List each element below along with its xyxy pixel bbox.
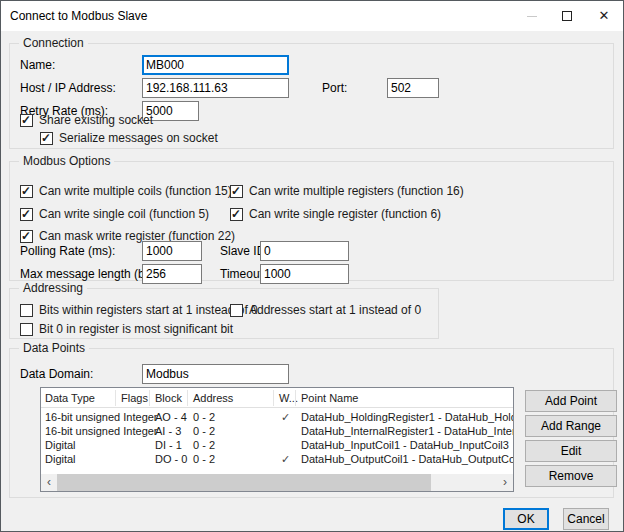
connection-group: Connection Name: Host / IP Address: Port… — [9, 43, 614, 149]
checkbox-label: Serialize messages on socket — [59, 132, 218, 145]
host-input[interactable] — [142, 78, 289, 98]
minimize-icon — [527, 16, 537, 17]
modbus-options-legend: Modbus Options — [19, 154, 114, 168]
cell-point-name: DataHub_InternalRegister1 - DataHub_Inte… — [301, 424, 514, 438]
maximize-button[interactable] — [550, 1, 584, 31]
cell-data-type: Digital — [45, 438, 76, 452]
cell-address: 0 - 2 — [193, 438, 215, 452]
cell-address: 0 - 2 — [193, 452, 215, 466]
remove-button[interactable]: Remove — [525, 465, 617, 487]
name-label: Name: — [20, 55, 55, 75]
column-header-address[interactable]: Address — [193, 388, 233, 408]
checkbox-box — [230, 185, 243, 198]
checkbox-label: Can write multiple registers (function 1… — [249, 185, 464, 198]
cancel-button[interactable]: Cancel — [563, 508, 609, 530]
minimize-button — [515, 1, 549, 31]
checkbox-box — [230, 208, 243, 221]
checkbox-box — [20, 185, 33, 198]
checkbox-label: Bits within registers start at 1 instead… — [39, 304, 258, 317]
checkbox-box — [230, 304, 243, 317]
table-row[interactable]: 16-bit unsigned Integer AO - 4 0 - 2 ✓ D… — [41, 410, 513, 424]
checkbox-label: Addresses start at 1 instead of 0 — [249, 304, 421, 317]
host-label: Host / IP Address: — [20, 78, 116, 98]
cell-block: AI - 3 — [155, 424, 181, 438]
scroll-left-icon[interactable]: ‹ — [41, 474, 57, 491]
checkbox-label: Can write single register (function 6) — [249, 208, 441, 221]
list-header: Data Type Flags Block Address W... Point… — [41, 388, 513, 408]
cell-data-type: 16-bit unsigned Integer — [45, 424, 158, 438]
slave-id-input[interactable] — [260, 241, 349, 261]
table-row[interactable]: Digital DO - 0 0 - 2 ✓ DataHub_OutputCoi… — [41, 452, 513, 466]
cell-point-name: DataHub_OutputCoil1 - DataHub_OutputCoil… — [301, 452, 514, 466]
scrollbar-thumb[interactable] — [57, 474, 431, 491]
close-button[interactable]: ✕ — [585, 1, 623, 31]
edit-button[interactable]: Edit — [525, 440, 617, 462]
writable-check-icon: ✓ — [281, 410, 290, 424]
table-row[interactable]: Digital DI - 1 0 - 2 DataHub_InputCoil1 … — [41, 438, 513, 452]
column-separator[interactable] — [187, 390, 188, 406]
column-separator[interactable] — [149, 390, 150, 406]
scroll-right-icon[interactable]: › — [497, 474, 513, 491]
writable-check-icon: ✓ — [281, 452, 290, 466]
cell-block: DO - 0 — [155, 452, 187, 466]
table-row[interactable]: 16-bit unsigned Integer AI - 3 0 - 2 Dat… — [41, 424, 513, 438]
cell-address: 0 - 2 — [193, 410, 215, 424]
polling-rate-input[interactable] — [142, 241, 202, 261]
close-icon: ✕ — [599, 1, 610, 31]
horizontal-scrollbar[interactable]: ‹ › — [41, 474, 513, 491]
checkbox-box — [20, 304, 33, 317]
checkbox-box — [20, 208, 33, 221]
connect-to-modbus-slave-dialog: Connect to Modbus Slave ✕ Connection Nam… — [0, 0, 624, 532]
column-header-data-type[interactable]: Data Type — [45, 388, 95, 408]
cell-address: 0 - 2 — [193, 424, 215, 438]
port-label: Port: — [322, 78, 347, 98]
column-header-point-name[interactable]: Point Name — [301, 388, 358, 408]
checkbox-label: Share existing socket — [39, 114, 153, 127]
addressing-legend: Addressing — [19, 281, 87, 295]
column-separator[interactable] — [295, 390, 296, 406]
name-input[interactable] — [142, 55, 289, 75]
data-points-group: Data Points Data Domain: Data Type Flags… — [9, 348, 614, 498]
column-separator[interactable] — [273, 390, 274, 406]
column-header-flags[interactable]: Flags — [121, 388, 148, 408]
add-point-button[interactable]: Add Point — [525, 390, 617, 412]
data-points-legend: Data Points — [19, 341, 89, 355]
checkbox-label: Can write single coil (function 5) — [39, 208, 209, 221]
checkbox-label: Bit 0 in register is most significant bi… — [39, 323, 233, 336]
data-domain-input[interactable] — [142, 364, 289, 384]
cell-block: DI - 1 — [155, 438, 182, 452]
port-input[interactable] — [387, 78, 439, 98]
polling-rate-label: Polling Rate (ms): — [20, 241, 115, 261]
checkbox-label: Can write multiple coils (function 15) — [39, 185, 232, 198]
add-range-button[interactable]: Add Range — [525, 415, 617, 437]
cell-point-name: DataHub_HoldingRegister1 - DataHub_Holdi… — [301, 410, 514, 424]
cell-block: AO - 4 — [155, 410, 187, 424]
connection-legend: Connection — [19, 36, 88, 50]
cell-data-type: 16-bit unsigned Integer — [45, 410, 158, 424]
modbus-options-group: Modbus Options Can write multiple coils … — [9, 161, 614, 281]
checkbox-box — [20, 323, 33, 336]
checkbox-box — [40, 132, 53, 145]
column-separator[interactable] — [115, 390, 116, 406]
column-header-block[interactable]: Block — [155, 388, 182, 408]
checkbox-box — [20, 114, 33, 127]
maximize-icon — [562, 11, 572, 21]
cell-data-type: Digital — [45, 452, 76, 466]
cell-point-name: DataHub_InputCoil1 - DataHub_InputCoil3 — [301, 438, 509, 452]
window-title: Connect to Modbus Slave — [10, 1, 147, 31]
data-domain-label: Data Domain: — [20, 364, 93, 384]
addressing-group: Addressing Bits within registers start a… — [9, 288, 439, 339]
timeout-input[interactable] — [260, 264, 349, 284]
max-message-length-input[interactable] — [142, 264, 202, 284]
titlebar: Connect to Modbus Slave ✕ — [1, 1, 623, 31]
ok-button[interactable]: OK — [503, 508, 549, 530]
data-points-list: Data Type Flags Block Address W... Point… — [40, 387, 514, 492]
